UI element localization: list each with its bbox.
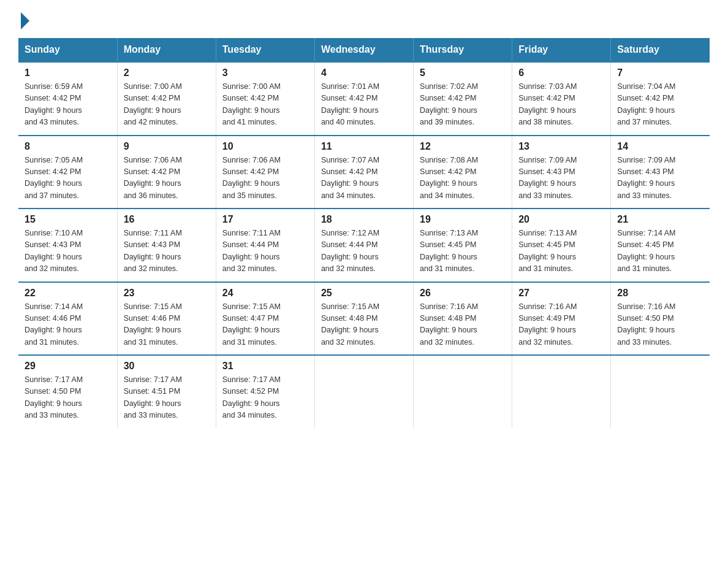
day-info: Sunrise: 7:15 AM Sunset: 4:46 PM Dayligh… bbox=[124, 301, 210, 349]
calendar-cell: 20 Sunrise: 7:13 AM Sunset: 4:45 PM Dayl… bbox=[512, 209, 611, 282]
logo bbox=[18, 15, 29, 27]
calendar-cell: 25 Sunrise: 7:15 AM Sunset: 4:48 PM Dayl… bbox=[314, 282, 413, 356]
day-info: Sunrise: 7:13 AM Sunset: 4:45 PM Dayligh… bbox=[420, 228, 506, 275]
day-number: 19 bbox=[420, 214, 506, 225]
day-number: 14 bbox=[617, 141, 703, 152]
calendar-cell: 5 Sunrise: 7:02 AM Sunset: 4:42 PM Dayli… bbox=[414, 62, 512, 136]
day-info: Sunrise: 7:14 AM Sunset: 4:46 PM Dayligh… bbox=[25, 301, 111, 349]
page-header bbox=[18, 15, 710, 27]
header-saturday: Saturday bbox=[611, 38, 710, 62]
day-number: 16 bbox=[124, 214, 210, 225]
calendar-cell: 6 Sunrise: 7:03 AM Sunset: 4:42 PM Dayli… bbox=[512, 62, 611, 136]
calendar-week-row: 8 Sunrise: 7:05 AM Sunset: 4:42 PM Dayli… bbox=[18, 136, 710, 209]
day-number: 8 bbox=[25, 141, 111, 152]
calendar-cell: 19 Sunrise: 7:13 AM Sunset: 4:45 PM Dayl… bbox=[414, 209, 512, 282]
day-info: Sunrise: 7:09 AM Sunset: 4:43 PM Dayligh… bbox=[518, 155, 604, 202]
calendar-cell: 31 Sunrise: 7:17 AM Sunset: 4:52 PM Dayl… bbox=[216, 355, 314, 428]
calendar-cell bbox=[314, 355, 413, 428]
calendar-cell bbox=[512, 355, 611, 428]
calendar-cell: 22 Sunrise: 7:14 AM Sunset: 4:46 PM Dayl… bbox=[18, 282, 117, 356]
day-number: 31 bbox=[222, 361, 308, 372]
day-number: 23 bbox=[124, 288, 210, 299]
calendar-week-row: 29 Sunrise: 7:17 AM Sunset: 4:50 PM Dayl… bbox=[18, 355, 710, 428]
header-sunday: Sunday bbox=[18, 38, 117, 62]
day-info: Sunrise: 7:00 AM Sunset: 4:42 PM Dayligh… bbox=[222, 81, 308, 129]
calendar-cell: 7 Sunrise: 7:04 AM Sunset: 4:42 PM Dayli… bbox=[611, 62, 710, 136]
day-info: Sunrise: 7:09 AM Sunset: 4:43 PM Dayligh… bbox=[617, 155, 703, 202]
day-info: Sunrise: 7:16 AM Sunset: 4:50 PM Dayligh… bbox=[617, 301, 703, 349]
day-number: 18 bbox=[321, 214, 407, 225]
calendar-week-row: 15 Sunrise: 7:10 AM Sunset: 4:43 PM Dayl… bbox=[18, 209, 710, 282]
day-info: Sunrise: 7:15 AM Sunset: 4:48 PM Dayligh… bbox=[321, 301, 407, 349]
day-info: Sunrise: 7:06 AM Sunset: 4:42 PM Dayligh… bbox=[124, 155, 210, 202]
day-info: Sunrise: 7:11 AM Sunset: 4:44 PM Dayligh… bbox=[222, 228, 308, 275]
day-number: 11 bbox=[321, 141, 407, 152]
day-info: Sunrise: 7:01 AM Sunset: 4:42 PM Dayligh… bbox=[321, 81, 407, 129]
day-info: Sunrise: 7:17 AM Sunset: 4:51 PM Dayligh… bbox=[124, 374, 210, 422]
day-number: 21 bbox=[617, 214, 703, 225]
day-info: Sunrise: 7:13 AM Sunset: 4:45 PM Dayligh… bbox=[518, 228, 604, 275]
header-wednesday: Wednesday bbox=[314, 38, 413, 62]
day-info: Sunrise: 7:10 AM Sunset: 4:43 PM Dayligh… bbox=[25, 228, 111, 275]
day-info: Sunrise: 7:11 AM Sunset: 4:43 PM Dayligh… bbox=[124, 228, 210, 275]
day-info: Sunrise: 7:03 AM Sunset: 4:42 PM Dayligh… bbox=[518, 81, 604, 129]
calendar-week-row: 1 Sunrise: 6:59 AM Sunset: 4:42 PM Dayli… bbox=[18, 62, 710, 136]
logo-triangle-icon bbox=[21, 12, 29, 29]
day-info: Sunrise: 7:17 AM Sunset: 4:50 PM Dayligh… bbox=[25, 374, 111, 422]
header-tuesday: Tuesday bbox=[216, 38, 314, 62]
logo-top bbox=[18, 15, 29, 29]
calendar-cell: 12 Sunrise: 7:08 AM Sunset: 4:42 PM Dayl… bbox=[414, 136, 512, 209]
day-number: 27 bbox=[518, 288, 604, 299]
calendar-cell: 8 Sunrise: 7:05 AM Sunset: 4:42 PM Dayli… bbox=[18, 136, 117, 209]
calendar-cell: 27 Sunrise: 7:16 AM Sunset: 4:49 PM Dayl… bbox=[512, 282, 611, 356]
day-number: 6 bbox=[518, 67, 604, 79]
calendar-cell: 17 Sunrise: 7:11 AM Sunset: 4:44 PM Dayl… bbox=[216, 209, 314, 282]
day-info: Sunrise: 7:00 AM Sunset: 4:42 PM Dayligh… bbox=[124, 81, 210, 129]
calendar-cell: 24 Sunrise: 7:15 AM Sunset: 4:47 PM Dayl… bbox=[216, 282, 314, 356]
calendar-cell: 21 Sunrise: 7:14 AM Sunset: 4:45 PM Dayl… bbox=[611, 209, 710, 282]
calendar-cell: 11 Sunrise: 7:07 AM Sunset: 4:42 PM Dayl… bbox=[314, 136, 413, 209]
day-number: 28 bbox=[617, 288, 703, 299]
day-number: 4 bbox=[321, 67, 407, 79]
calendar-cell bbox=[414, 355, 512, 428]
calendar-cell: 23 Sunrise: 7:15 AM Sunset: 4:46 PM Dayl… bbox=[117, 282, 216, 356]
day-info: Sunrise: 7:14 AM Sunset: 4:45 PM Dayligh… bbox=[617, 228, 703, 275]
calendar-cell: 14 Sunrise: 7:09 AM Sunset: 4:43 PM Dayl… bbox=[611, 136, 710, 209]
calendar-cell: 16 Sunrise: 7:11 AM Sunset: 4:43 PM Dayl… bbox=[117, 209, 216, 282]
calendar-cell: 4 Sunrise: 7:01 AM Sunset: 4:42 PM Dayli… bbox=[314, 62, 413, 136]
calendar-cell: 9 Sunrise: 7:06 AM Sunset: 4:42 PM Dayli… bbox=[117, 136, 216, 209]
day-number: 2 bbox=[124, 67, 210, 79]
day-number: 22 bbox=[25, 288, 111, 299]
day-info: Sunrise: 7:04 AM Sunset: 4:42 PM Dayligh… bbox=[617, 81, 703, 129]
calendar-header-row: SundayMondayTuesdayWednesdayThursdayFrid… bbox=[18, 38, 710, 62]
day-info: Sunrise: 7:16 AM Sunset: 4:48 PM Dayligh… bbox=[420, 301, 506, 349]
header-monday: Monday bbox=[117, 38, 216, 62]
day-number: 26 bbox=[420, 288, 506, 299]
day-number: 30 bbox=[124, 361, 210, 372]
calendar-cell: 30 Sunrise: 7:17 AM Sunset: 4:51 PM Dayl… bbox=[117, 355, 216, 428]
calendar-cell bbox=[611, 355, 710, 428]
calendar-cell: 1 Sunrise: 6:59 AM Sunset: 4:42 PM Dayli… bbox=[18, 62, 117, 136]
day-number: 15 bbox=[25, 214, 111, 225]
day-number: 1 bbox=[25, 67, 111, 79]
calendar-cell: 2 Sunrise: 7:00 AM Sunset: 4:42 PM Dayli… bbox=[117, 62, 216, 136]
calendar-week-row: 22 Sunrise: 7:14 AM Sunset: 4:46 PM Dayl… bbox=[18, 282, 710, 356]
day-number: 25 bbox=[321, 288, 407, 299]
calendar-cell: 15 Sunrise: 7:10 AM Sunset: 4:43 PM Dayl… bbox=[18, 209, 117, 282]
day-number: 20 bbox=[518, 214, 604, 225]
day-number: 3 bbox=[222, 67, 308, 79]
day-number: 10 bbox=[222, 141, 308, 152]
day-number: 9 bbox=[124, 141, 210, 152]
day-info: Sunrise: 7:17 AM Sunset: 4:52 PM Dayligh… bbox=[222, 374, 308, 422]
day-number: 17 bbox=[222, 214, 308, 225]
calendar-table: SundayMondayTuesdayWednesdayThursdayFrid… bbox=[18, 38, 710, 428]
calendar-cell: 26 Sunrise: 7:16 AM Sunset: 4:48 PM Dayl… bbox=[414, 282, 512, 356]
header-thursday: Thursday bbox=[414, 38, 512, 62]
day-number: 12 bbox=[420, 141, 506, 152]
day-info: Sunrise: 7:08 AM Sunset: 4:42 PM Dayligh… bbox=[420, 155, 506, 202]
day-info: Sunrise: 6:59 AM Sunset: 4:42 PM Dayligh… bbox=[25, 81, 111, 129]
calendar-cell: 18 Sunrise: 7:12 AM Sunset: 4:44 PM Dayl… bbox=[314, 209, 413, 282]
calendar-cell: 3 Sunrise: 7:00 AM Sunset: 4:42 PM Dayli… bbox=[216, 62, 314, 136]
day-info: Sunrise: 7:12 AM Sunset: 4:44 PM Dayligh… bbox=[321, 228, 407, 275]
day-number: 24 bbox=[222, 288, 308, 299]
